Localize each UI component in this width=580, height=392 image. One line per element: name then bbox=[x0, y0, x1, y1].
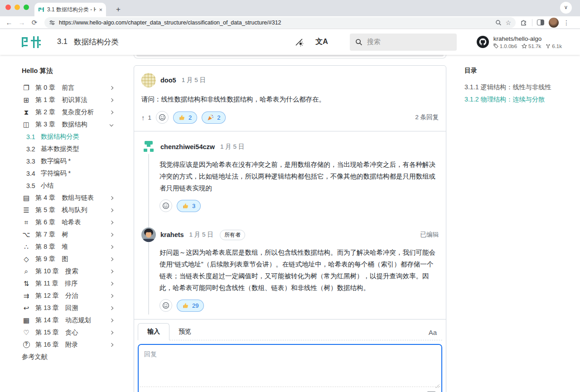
sidebar-item-references[interactable]: 参考文献 bbox=[22, 351, 113, 363]
resize-handle-icon[interactable] bbox=[435, 384, 440, 388]
repo-version: 1.0.0b6 bbox=[493, 44, 517, 49]
tab-write[interactable]: 输入 bbox=[138, 323, 169, 340]
reply-textarea[interactable] bbox=[139, 345, 441, 387]
add-reaction-button[interactable] bbox=[160, 299, 172, 312]
chrome-menu-icon[interactable]: ⋮ bbox=[563, 19, 570, 26]
text-format-icon[interactable]: Aa bbox=[429, 329, 442, 340]
side-panel-icon[interactable] bbox=[537, 19, 544, 25]
avatar[interactable] bbox=[141, 73, 156, 87]
reaction-count: 29 bbox=[192, 302, 198, 309]
sidebar-item-backtracking[interactable]: ↩第 13 章回溯 bbox=[22, 302, 113, 314]
edited-label: 已编辑 bbox=[420, 231, 439, 239]
upvote-button[interactable]: ↑ 1 bbox=[141, 114, 151, 121]
up-arrow-icon: ↑ bbox=[141, 114, 145, 121]
comment-header: doo5 1 月 5 日 bbox=[134, 66, 446, 87]
reaction-thumbs-up[interactable]: 29 bbox=[177, 300, 204, 312]
owner-badge: 所有者 bbox=[220, 230, 245, 240]
sidebar-item-sorting[interactable]: ⇅第 11 章排序 bbox=[22, 277, 113, 290]
reply: krahets 1 月 5 日 所有者 已编辑 好问题～这因为哈希表底层是数组，… bbox=[134, 219, 446, 319]
hello-algo-logo[interactable] bbox=[21, 35, 42, 49]
zoom-icon[interactable] bbox=[495, 19, 502, 26]
reload-icon[interactable]: ⟳ bbox=[28, 19, 41, 27]
comment-author[interactable]: doo5 bbox=[160, 77, 176, 84]
fullscreen-window-button[interactable] bbox=[24, 5, 29, 10]
tab-close-icon[interactable]: × bbox=[99, 6, 102, 13]
stack-icon: ☰ bbox=[22, 206, 31, 214]
avatar[interactable] bbox=[141, 140, 156, 154]
sidebar-item-searching[interactable]: ⌕第 10 章搜索 bbox=[22, 265, 113, 277]
sidebar-item-3-1[interactable]: 3.1数据结构分类 bbox=[22, 131, 113, 143]
url-text: https://www.hello-algo.com/chapter_data_… bbox=[59, 19, 492, 26]
github-repo-link[interactable]: krahets/hello-algo 1.0.0b6 51.7k 6.1k bbox=[477, 35, 562, 49]
tab-search-button[interactable]: ∨ bbox=[560, 2, 572, 14]
sidebar-item-3-5[interactable]: 3.5小结 bbox=[22, 179, 113, 192]
add-reaction-button[interactable] bbox=[156, 111, 169, 124]
hash-icon: ⌗ bbox=[22, 218, 31, 227]
sidebar-item-tree[interactable]: ⌥第 7 章树 bbox=[22, 228, 113, 241]
reply-author[interactable]: chenzhiwei54czw bbox=[160, 143, 215, 150]
chevron-right-icon bbox=[110, 343, 113, 346]
chapter-sidebar: Hello 算法 ❐第 0 章前言 ⊞第 1 章初识算法 ⧗第 2 章复杂度分析… bbox=[0, 55, 134, 392]
site-settings-icon[interactable] bbox=[49, 19, 55, 26]
chevron-right-icon bbox=[110, 196, 113, 199]
sidebar-item-intro-algorithms[interactable]: ⊞第 1 章初识算法 bbox=[22, 94, 113, 106]
tab-title: 3.1 数据结构分类 - Hello 算法 bbox=[47, 6, 96, 14]
sidebar-item-divide-conquer[interactable]: ⇉第 12 章分治 bbox=[22, 290, 113, 302]
sidebar-item-greedy[interactable]: ♡第 15 章贪心 bbox=[22, 326, 113, 339]
sidebar-item-hash-table[interactable]: ⌗第 6 章哈希表 bbox=[22, 216, 113, 228]
translate-icon[interactable]: 文A bbox=[315, 37, 328, 47]
sidebar-item-appendix[interactable]: ?第 16 章附录 bbox=[22, 339, 113, 351]
site-header: 3.1 数据结构分类 文A 搜索 krahets/hello-algo 1.0.… bbox=[0, 29, 580, 55]
sidebar-item-complexity[interactable]: ⧗第 2 章复杂度分析 bbox=[22, 106, 113, 118]
sidebar-item-stack-queue[interactable]: ☰第 5 章栈与队列 bbox=[22, 204, 113, 216]
reaction-thumbs-up[interactable]: 2 bbox=[173, 111, 197, 124]
sidebar-item-preface[interactable]: ❐第 0 章前言 bbox=[22, 82, 113, 94]
textarea-footer: M↓ bbox=[140, 387, 440, 392]
backtrack-icon: ↩ bbox=[22, 304, 31, 312]
minimize-window-button[interactable] bbox=[14, 5, 20, 10]
forward-icon[interactable]: → bbox=[15, 19, 28, 26]
thumbs-up-icon bbox=[182, 302, 189, 309]
dp-grid-icon: ▦ bbox=[22, 316, 31, 324]
editor-tabs: 输入 预览 Aa bbox=[138, 323, 442, 340]
search-input[interactable]: 搜索 bbox=[350, 34, 457, 51]
chevron-right-icon bbox=[110, 269, 113, 273]
comment-actions: ↑ 1 2 2 2 条回复 bbox=[134, 105, 446, 131]
smiley-icon bbox=[162, 302, 169, 309]
new-tab-button[interactable]: + bbox=[112, 4, 124, 15]
close-window-button[interactable] bbox=[5, 5, 11, 10]
divide-icon: ⇉ bbox=[22, 292, 31, 300]
chevron-right-icon bbox=[110, 220, 113, 224]
sidebar-item-3-4[interactable]: 3.4字符编码 * bbox=[22, 167, 113, 179]
tab-preview[interactable]: 预览 bbox=[169, 324, 200, 340]
bookmark-star-icon[interactable]: ☆ bbox=[505, 19, 511, 26]
chevron-right-icon bbox=[110, 208, 113, 212]
tree-icon: ⌥ bbox=[22, 231, 31, 239]
reaction-thumbs-up[interactable]: 3 bbox=[177, 200, 201, 212]
avatar[interactable] bbox=[141, 227, 156, 242]
chevron-right-icon bbox=[110, 294, 113, 297]
reply-author[interactable]: krahets bbox=[160, 231, 184, 238]
browser-tab[interactable]: 3.1 数据结构分类 - Hello 算法 × bbox=[34, 3, 106, 16]
url-bar[interactable]: https://www.hello-algo.com/chapter_data_… bbox=[44, 17, 516, 28]
sidebar-item-3-2[interactable]: 3.2基本数据类型 bbox=[22, 143, 113, 155]
grid-icon: ⊞ bbox=[22, 96, 31, 104]
fork-icon bbox=[546, 44, 551, 49]
toc-item-3-1-2[interactable]: 3.1.2 物理结构：连续与分散 bbox=[464, 93, 580, 106]
sidebar-item-array-list[interactable]: ▤第 4 章数组与链表 bbox=[22, 192, 113, 204]
sidebar-item-3-3[interactable]: 3.3数字编码 * bbox=[22, 155, 113, 167]
search-icon bbox=[355, 39, 362, 46]
sidebar-item-data-structure[interactable]: ◫第 3 章数据结构 bbox=[22, 118, 113, 131]
reply: chenzhiwei54czw 1 月 5 日 我觉得应该是因为哈希表在没有冲突… bbox=[134, 131, 446, 219]
sidebar-item-graph[interactable]: ◇第 9 章图 bbox=[22, 253, 113, 265]
extensions-puzzle-icon[interactable] bbox=[520, 19, 527, 26]
profile-avatar[interactable] bbox=[549, 18, 559, 28]
theme-toggle-icon[interactable] bbox=[295, 38, 304, 47]
comment-date: 1 月 5 日 bbox=[182, 76, 206, 84]
back-icon[interactable]: ← bbox=[3, 19, 15, 26]
add-reaction-button[interactable] bbox=[160, 199, 172, 212]
sidebar-item-dynamic-programming[interactable]: ▦第 14 章动态规划 bbox=[22, 314, 113, 326]
toc-item-3-1-1[interactable]: 3.1.1 逻辑结构：线性与非线性 bbox=[464, 81, 580, 93]
sidebar-item-heap[interactable]: ∴第 8 章堆 bbox=[22, 241, 113, 253]
reaction-party[interactable]: 2 bbox=[202, 111, 226, 124]
